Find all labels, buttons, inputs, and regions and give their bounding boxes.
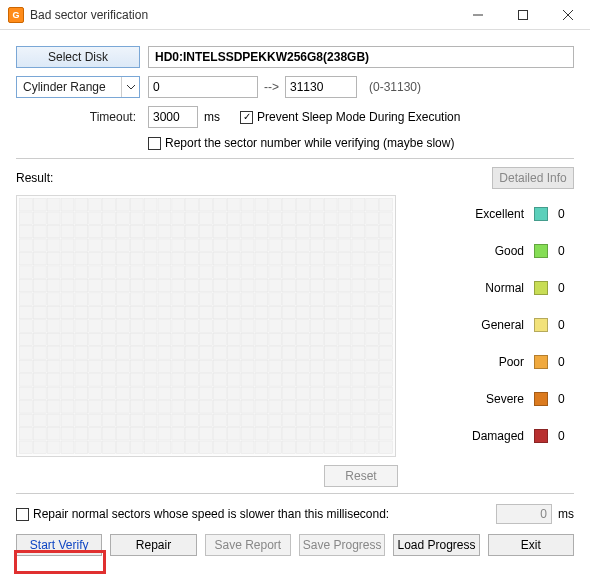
svg-rect-303 xyxy=(47,347,60,359)
svg-rect-254 xyxy=(116,320,129,332)
svg-rect-115 xyxy=(61,252,74,264)
svg-rect-448 xyxy=(186,414,199,426)
svg-rect-111 xyxy=(380,239,393,251)
svg-rect-50 xyxy=(283,212,296,224)
window-title: Bad sector verification xyxy=(30,8,455,22)
svg-rect-428 xyxy=(283,401,296,413)
svg-rect-157 xyxy=(269,266,282,278)
repair-slow-label: Repair normal sectors whose speed is slo… xyxy=(33,507,389,521)
svg-rect-229 xyxy=(144,306,157,318)
repair-slow-checkbox[interactable] xyxy=(16,508,29,521)
svg-rect-145 xyxy=(103,266,116,278)
svg-rect-182 xyxy=(241,279,254,291)
report-sector-checkbox[interactable] xyxy=(148,137,161,150)
svg-rect-469 xyxy=(103,428,116,440)
svg-rect-153 xyxy=(213,266,226,278)
svg-rect-284 xyxy=(158,333,171,345)
svg-rect-268 xyxy=(310,320,323,332)
close-button[interactable] xyxy=(545,0,590,29)
svg-rect-177 xyxy=(172,279,185,291)
svg-rect-335 xyxy=(116,360,129,372)
svg-rect-47 xyxy=(241,212,254,224)
svg-rect-271 xyxy=(352,320,365,332)
legend-swatch xyxy=(534,355,548,369)
svg-rect-235 xyxy=(227,306,240,318)
svg-rect-456 xyxy=(297,414,310,426)
svg-rect-465 xyxy=(47,428,60,440)
titlebar: G Bad sector verification xyxy=(0,0,590,30)
svg-rect-125 xyxy=(200,252,213,264)
svg-rect-261 xyxy=(213,320,226,332)
svg-rect-412 xyxy=(61,401,74,413)
svg-rect-477 xyxy=(213,428,226,440)
load-progress-button[interactable]: Load Progress xyxy=(393,534,479,556)
svg-rect-266 xyxy=(283,320,296,332)
save-report-button[interactable]: Save Report xyxy=(205,534,291,556)
svg-rect-186 xyxy=(297,279,310,291)
svg-rect-286 xyxy=(186,333,199,345)
timeout-label: Timeout: xyxy=(16,110,140,124)
svg-rect-491 xyxy=(33,441,46,453)
svg-rect-458 xyxy=(324,414,337,426)
timeout-input[interactable]: 3000 xyxy=(148,106,198,128)
svg-rect-42 xyxy=(172,212,185,224)
svg-rect-322 xyxy=(310,347,323,359)
svg-rect-454 xyxy=(269,414,282,426)
svg-rect-9 xyxy=(89,198,102,210)
svg-rect-490 xyxy=(19,441,32,453)
svg-rect-113 xyxy=(33,252,46,264)
svg-rect-155 xyxy=(241,266,254,278)
svg-rect-63 xyxy=(89,225,102,237)
legend-swatch xyxy=(534,318,548,332)
svg-rect-407 xyxy=(366,387,379,399)
svg-rect-307 xyxy=(103,347,116,359)
svg-rect-433 xyxy=(352,401,365,413)
range-arrow-label: --> xyxy=(264,80,279,94)
legend-label: Excellent xyxy=(475,207,524,221)
save-progress-button[interactable]: Save Progress xyxy=(299,534,385,556)
svg-rect-136 xyxy=(352,252,365,264)
svg-rect-22 xyxy=(269,198,282,210)
range-mode-dropdown[interactable]: Cylinder Range xyxy=(16,76,140,98)
range-end-input[interactable]: 31130 xyxy=(285,76,357,98)
svg-rect-474 xyxy=(172,428,185,440)
svg-rect-4 xyxy=(19,198,32,210)
select-disk-button[interactable]: Select Disk xyxy=(16,46,140,68)
svg-rect-173 xyxy=(116,279,129,291)
range-start-input[interactable]: 0 xyxy=(148,76,258,98)
reset-button[interactable]: Reset xyxy=(324,465,398,487)
repair-button[interactable]: Repair xyxy=(110,534,196,556)
svg-rect-105 xyxy=(297,239,310,251)
svg-rect-389 xyxy=(116,387,129,399)
svg-rect-43 xyxy=(186,212,199,224)
maximize-button[interactable] xyxy=(500,0,545,29)
timeout-unit-label: ms xyxy=(204,110,220,124)
repair-unit-label: ms xyxy=(558,507,574,521)
svg-rect-144 xyxy=(89,266,102,278)
minimize-button[interactable] xyxy=(455,0,500,29)
svg-rect-241 xyxy=(310,306,323,318)
svg-rect-414 xyxy=(89,401,102,413)
detailed-info-button[interactable]: Detailed Info xyxy=(492,167,574,189)
svg-rect-340 xyxy=(186,360,199,372)
svg-rect-330 xyxy=(47,360,60,372)
svg-rect-85 xyxy=(19,239,32,251)
svg-rect-502 xyxy=(186,441,199,453)
legend: Excellent0Good0Normal0General0Poor0Sever… xyxy=(396,195,574,457)
svg-rect-32 xyxy=(33,212,46,224)
exit-button[interactable]: Exit xyxy=(488,534,574,556)
svg-rect-135 xyxy=(338,252,351,264)
svg-rect-98 xyxy=(200,239,213,251)
svg-rect-87 xyxy=(47,239,60,251)
start-verify-button[interactable]: Start Verify xyxy=(16,534,102,556)
svg-rect-396 xyxy=(213,387,226,399)
prevent-sleep-checkbox[interactable] xyxy=(240,111,253,124)
svg-rect-95 xyxy=(158,239,171,251)
svg-rect-367 xyxy=(186,374,199,386)
svg-rect-413 xyxy=(75,401,88,413)
svg-rect-215 xyxy=(324,293,337,305)
svg-rect-171 xyxy=(89,279,102,291)
svg-rect-262 xyxy=(227,320,240,332)
app-icon: G xyxy=(8,7,24,23)
svg-rect-337 xyxy=(144,360,157,372)
